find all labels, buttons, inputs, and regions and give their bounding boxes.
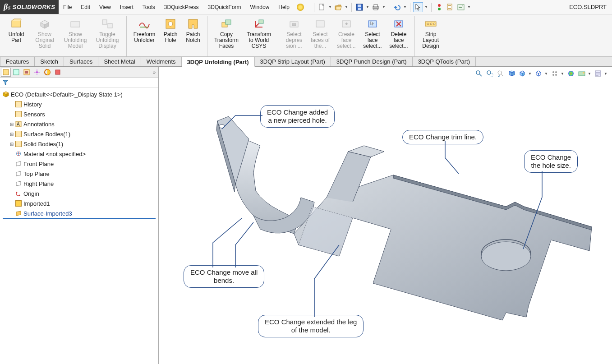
tab-3dqp-qtools[interactable]: 3DQP QTools (Part) (413, 57, 476, 66)
svg-point-35 (433, 23, 435, 25)
print-icon[interactable] (371, 2, 381, 12)
body-split: » ECO (Default<<Default>_Display State 1… (0, 67, 612, 364)
ribbon-label: Toggle Unfolding Display (93, 32, 121, 49)
tree-item-annotations[interactable]: ⊞AAnnotations (1, 119, 157, 129)
menu-edit[interactable]: Edit (76, 0, 95, 14)
expand-icon[interactable]: ⊞ (9, 132, 14, 137)
tree-item-history[interactable]: History (1, 99, 157, 109)
app-logo: βS SOLIDWORKS (0, 0, 59, 14)
copy-transform-faces-button[interactable]: Copy Transform Faces (210, 16, 243, 56)
feature-tree-tab-icon[interactable] (1, 68, 11, 77)
tree-item-imported1[interactable]: Imported1 (1, 198, 157, 208)
svg-rect-10 (448, 5, 451, 6)
save-dropdown[interactable]: ▼ (365, 5, 370, 9)
menu-help[interactable]: Help (274, 0, 294, 14)
tree-item-solid-bodies[interactable]: ⊞Solid Bodies(1) (1, 139, 157, 149)
options-icon[interactable] (456, 2, 466, 12)
menu-tools[interactable]: Tools (138, 0, 160, 14)
delete-face-select-button[interactable]: Delete face select... (386, 16, 412, 56)
menu-3dquickform[interactable]: 3DQuickForm (203, 0, 246, 14)
sensors-icon (14, 111, 23, 118)
tab-3dqp-strip-layout[interactable]: 3DQP Strip Layout (Part) (255, 57, 331, 66)
select-face-select-button[interactable]: Select face select... (359, 16, 386, 56)
freeform-icon (138, 18, 151, 30)
sel-faces-icon (314, 18, 327, 30)
tab-3dqp-unfolding[interactable]: 3DQP Unfolding (Part) (182, 57, 255, 67)
callout-extended-leg: ECO Change extended the leg of the model… (258, 315, 364, 337)
expand-icon[interactable]: ⊞ (9, 122, 14, 127)
tree-item-surface-imported3[interactable]: Surface-Imported3 (1, 208, 157, 218)
menu-insert[interactable]: Insert (115, 0, 138, 14)
open-doc-icon[interactable] (333, 2, 343, 12)
menu-3dquickpress[interactable]: 3DQuickPress (160, 0, 203, 14)
callout-move-bends: ECO Change move all bends. (184, 265, 264, 288)
svg-point-40 (36, 71, 38, 73)
ribbon-label: Show Original Solid (32, 32, 57, 49)
options-dropdown[interactable]: ▼ (467, 5, 471, 9)
origin-icon (14, 190, 23, 197)
freeform-unfolder-button[interactable]: Freeform Unfolder (129, 16, 159, 56)
configuration-manager-tab-icon[interactable] (22, 68, 32, 77)
tree-item-right-plane[interactable]: Right Plane (1, 179, 157, 189)
tree-root[interactable]: ECO (Default<<Default>_Display State 1>) (1, 89, 157, 99)
undo-icon[interactable] (392, 2, 402, 12)
app-logo-text: SOLIDWORKS (13, 4, 55, 10)
search-commands-icon[interactable] (297, 4, 304, 11)
ribbon-group-transform: Copy Transform Faces Transform to World … (207, 16, 278, 56)
surfimp-icon (14, 210, 23, 217)
print-dropdown[interactable]: ▼ (382, 5, 386, 9)
select-tool-dropdown[interactable]: ▼ (424, 5, 428, 9)
callout-bubble: ECO Change the hole size. (524, 150, 578, 173)
tree-item-top-plane[interactable]: Top Plane (1, 169, 157, 179)
tab-sheet-metal[interactable]: Sheet Metal (98, 57, 141, 66)
svg-rect-17 (71, 22, 80, 27)
ribbon-label: Show Unfolding Model (62, 32, 89, 49)
property-manager-tab-icon[interactable] (11, 68, 21, 77)
tab-surfaces[interactable]: Surfaces (64, 57, 98, 66)
callout-bubble: ECO Change added a new pierced hole. (260, 105, 335, 128)
menu-file[interactable]: File (59, 0, 76, 14)
svg-rect-11 (448, 7, 451, 7)
tab-weldments[interactable]: Weldments (141, 57, 182, 66)
tab-features[interactable]: Features (0, 57, 35, 66)
graphics-viewport[interactable]: ◂▸ ▼ ▼ ▼ ▼ ▼ (159, 67, 612, 364)
patch-hole-button[interactable]: Patch Hole (159, 16, 182, 56)
tree-rollback-bar[interactable] (3, 218, 156, 219)
tree-item-origin[interactable]: Origin (1, 189, 157, 198)
select-tool-icon[interactable] (413, 2, 423, 12)
open-doc-dropdown[interactable]: ▼ (344, 5, 349, 9)
tree-item-sensors[interactable]: Sensors (1, 109, 157, 119)
ribbon-label: Select depres sion ... (283, 32, 305, 49)
file-props-icon[interactable] (445, 2, 455, 12)
tab-3dqp-punch-design[interactable]: 3DQP Punch Design (Part) (331, 57, 413, 66)
separator (314, 3, 314, 12)
menu-window[interactable]: Window (246, 0, 274, 14)
sel-depr-icon (288, 18, 300, 30)
separator (389, 3, 389, 12)
dimxpert-manager-tab-icon[interactable] (32, 68, 42, 77)
extra-manager-tab-icon[interactable] (53, 68, 63, 77)
display-manager-tab-icon[interactable] (42, 68, 52, 77)
tree-item-front-plane[interactable]: Front Plane (1, 159, 157, 169)
transform-to-world-csys-button[interactable]: Transform to World CSYS (243, 16, 275, 56)
annotations-icon: A (14, 120, 23, 128)
patch-notch-button[interactable]: Patch Notch (182, 16, 204, 56)
tab-sketch[interactable]: Sketch (35, 57, 64, 66)
callout-trim-line: ECO Change trim line. (402, 130, 483, 144)
unfold-part-button[interactable]: Unfold Part (3, 16, 30, 56)
undo-dropdown[interactable]: ▼ (403, 5, 407, 9)
tree-item-surface-bodies[interactable]: ⊞Surface Bodies(1) (1, 129, 157, 139)
expand-icon[interactable]: ⊞ (9, 142, 14, 147)
callout-bubble: ECO Change extended the leg of the model… (258, 315, 364, 337)
strip-layout-design-button[interactable]: Strip Layout Design (418, 16, 444, 56)
rebuild-icon[interactable] (434, 2, 444, 12)
save-icon[interactable] (354, 2, 364, 12)
callout-bubble: ECO Change trim line. (402, 130, 483, 144)
tree-filter-bar[interactable] (0, 78, 158, 88)
new-doc-icon[interactable] (317, 2, 327, 12)
tree-item-material[interactable]: Material <not specified> (1, 149, 157, 159)
menu-view[interactable]: View (95, 0, 115, 14)
new-doc-dropdown[interactable]: ▼ (328, 5, 332, 9)
surfbody-icon (14, 130, 23, 138)
panel-collapse-icon[interactable]: » (153, 69, 156, 75)
